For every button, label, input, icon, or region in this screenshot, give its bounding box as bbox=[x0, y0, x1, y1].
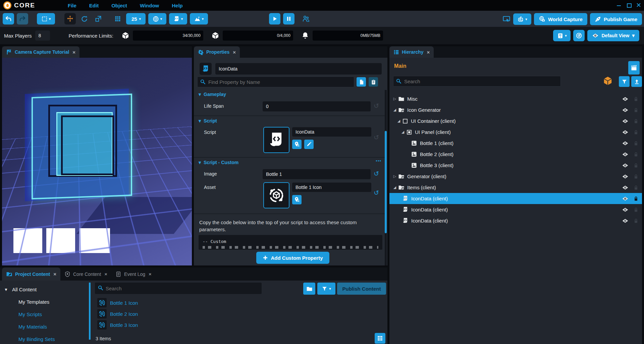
hierarchy-item[interactable]: Bottle 3 (client) bbox=[389, 160, 642, 171]
menu-edit[interactable]: Edit bbox=[85, 1, 103, 10]
sidebar-item-my-scripts[interactable]: My Scripts bbox=[18, 311, 42, 317]
menu-window[interactable]: Window bbox=[136, 1, 163, 10]
life-span-input[interactable] bbox=[263, 101, 371, 111]
visibility-eye-icon[interactable] bbox=[622, 96, 629, 102]
lock-icon[interactable] bbox=[633, 118, 639, 124]
section-script[interactable]: ▾ Script bbox=[199, 118, 217, 124]
close-tab-icon[interactable]: × bbox=[72, 49, 75, 55]
tab-hierarchy[interactable]: Hierarchy × bbox=[389, 46, 434, 58]
visibility-eye-icon[interactable] bbox=[622, 184, 629, 191]
find-script-button[interactable] bbox=[292, 140, 302, 149]
close-tab-icon[interactable]: × bbox=[53, 271, 56, 277]
reset-image-icon[interactable]: ↺ bbox=[374, 170, 379, 178]
script-value-field[interactable]: IconData bbox=[292, 127, 371, 137]
lock-icon[interactable] bbox=[633, 96, 639, 102]
hierarchy-item[interactable]: Bottle 1 (client) bbox=[389, 138, 642, 149]
expander-expanded-icon[interactable]: ◢ bbox=[396, 119, 401, 123]
close-tab-icon[interactable]: × bbox=[149, 271, 152, 277]
section-gameplay[interactable]: ▾ Gameplay bbox=[199, 92, 226, 97]
content-filter-dropdown[interactable]: ▾ bbox=[317, 283, 335, 295]
hierarchy-item[interactable]: IconData (client) bbox=[389, 215, 642, 226]
edit-script-button[interactable] bbox=[304, 140, 314, 149]
content-item[interactable]: Bottle 1 Icon bbox=[97, 298, 138, 307]
find-property-input[interactable] bbox=[197, 77, 354, 87]
grid-snap-button[interactable] bbox=[112, 13, 123, 24]
hierarchy-item[interactable]: ◢ Icon Generator bbox=[389, 104, 642, 115]
multiplayer-preview-button[interactable] bbox=[302, 15, 310, 23]
lock-icon[interactable] bbox=[633, 107, 639, 113]
pause-button[interactable] bbox=[283, 13, 294, 24]
find-asset-button[interactable] bbox=[292, 195, 302, 204]
hierarchy-export-button[interactable] bbox=[631, 76, 642, 87]
undo-button[interactable] bbox=[3, 13, 14, 24]
tab-properties[interactable]: Properties × bbox=[194, 46, 240, 58]
lock-icon[interactable] bbox=[633, 130, 639, 135]
properties-scrollbar-thumb[interactable] bbox=[385, 131, 387, 233]
max-players-input[interactable] bbox=[35, 31, 50, 41]
tab-event-log[interactable]: Event Log × bbox=[111, 267, 156, 281]
visibility-eye-icon[interactable] bbox=[622, 195, 629, 202]
properties-scrollbar-track[interactable] bbox=[385, 90, 387, 265]
play-button[interactable] bbox=[269, 13, 280, 24]
reset-asset-icon[interactable]: ↺ bbox=[374, 189, 379, 197]
content-search-input[interactable] bbox=[95, 283, 262, 294]
browse-folder-button[interactable] bbox=[303, 283, 315, 295]
menu-object[interactable]: Object bbox=[107, 1, 131, 10]
visibility-eye-icon[interactable] bbox=[622, 151, 629, 158]
visibility-eye-icon[interactable] bbox=[622, 107, 629, 113]
visibility-eye-icon[interactable] bbox=[622, 206, 629, 213]
copy-properties-button[interactable] bbox=[357, 77, 366, 87]
section-menu-dots-icon[interactable]: ••• bbox=[376, 158, 381, 163]
hierarchy-item[interactable]: ◢ UI Container (client) bbox=[389, 115, 642, 127]
grid-view-button[interactable] bbox=[375, 333, 385, 344]
menu-file[interactable]: File bbox=[64, 1, 80, 10]
content-item[interactable]: Bottle 3 Icon bbox=[97, 320, 138, 330]
expander-expanded-icon[interactable]: ◢ bbox=[400, 130, 406, 134]
image-input[interactable] bbox=[263, 169, 371, 179]
lock-icon[interactable] bbox=[633, 141, 639, 146]
world-mode-dropdown[interactable]: ▾ bbox=[148, 13, 166, 24]
content-item[interactable]: Bottle 2 Icon bbox=[97, 309, 138, 318]
tab-camera-capture-tutorial[interactable]: Camera Capture Tutorial × bbox=[2, 46, 79, 58]
optimization-button[interactable] bbox=[573, 30, 585, 41]
terrain-dropdown[interactable]: ▾ bbox=[190, 13, 208, 24]
hierarchy-item[interactable]: ▷ Misc bbox=[389, 93, 642, 104]
default-view-dropdown[interactable]: Default View ▾ bbox=[587, 30, 639, 41]
asset-value-field[interactable]: Bottle 1 Icon bbox=[292, 183, 371, 192]
publish-game-button[interactable]: Publish Game bbox=[590, 13, 642, 25]
hierarchy-item[interactable]: ◢ Items (client) bbox=[389, 182, 642, 193]
close-tab-icon[interactable]: × bbox=[427, 49, 430, 55]
selection-mode-dropdown[interactable]: ▾ bbox=[37, 13, 55, 24]
camera-bot-dropdown[interactable]: ▾ bbox=[513, 13, 531, 25]
asset-chip[interactable] bbox=[263, 182, 289, 208]
reset-script-icon[interactable]: ↺ bbox=[374, 134, 379, 141]
reset-life-span-icon[interactable]: ↺ bbox=[374, 102, 379, 110]
lock-icon[interactable] bbox=[633, 218, 639, 224]
grid-size-dropdown[interactable]: 25 ▾ bbox=[126, 13, 146, 24]
close-window-icon[interactable] bbox=[636, 3, 641, 7]
scene-capture-button[interactable] bbox=[628, 61, 640, 75]
screen-select-button[interactable] bbox=[502, 15, 511, 23]
hierarchy-item[interactable]: ▷ Generator (client) bbox=[389, 171, 642, 182]
lock-icon[interactable] bbox=[633, 163, 639, 168]
hierarchy-filter-button[interactable] bbox=[619, 76, 630, 87]
expander-expanded-icon[interactable]: ◢ bbox=[392, 108, 397, 112]
expander-collapsed-icon[interactable]: ▷ bbox=[392, 174, 397, 179]
visibility-eye-icon[interactable] bbox=[622, 173, 629, 180]
hierarchy-item[interactable]: IconData (client) bbox=[389, 204, 642, 215]
menu-help[interactable]: Help bbox=[168, 1, 187, 10]
minimize-icon[interactable] bbox=[617, 3, 621, 7]
viewport-3d[interactable] bbox=[2, 58, 192, 265]
close-tab-icon[interactable]: × bbox=[104, 271, 107, 277]
hierarchy-search-input[interactable] bbox=[393, 76, 561, 87]
script-dropdown[interactable]: ▾ bbox=[169, 13, 187, 24]
lock-icon[interactable] bbox=[633, 207, 639, 212]
paste-properties-button[interactable] bbox=[369, 77, 378, 87]
tab-core-content[interactable]: Core Content × bbox=[60, 267, 111, 281]
section-script-custom[interactable]: ▾ Script - Custom bbox=[199, 160, 238, 165]
visibility-eye-icon[interactable] bbox=[622, 129, 629, 136]
lock-icon[interactable] bbox=[633, 185, 639, 190]
sidebar-item-all-content[interactable]: ▼ All Content bbox=[4, 287, 37, 292]
code-snippet-box[interactable]: -- Custom bbox=[199, 235, 382, 250]
lock-icon[interactable] bbox=[633, 174, 639, 179]
